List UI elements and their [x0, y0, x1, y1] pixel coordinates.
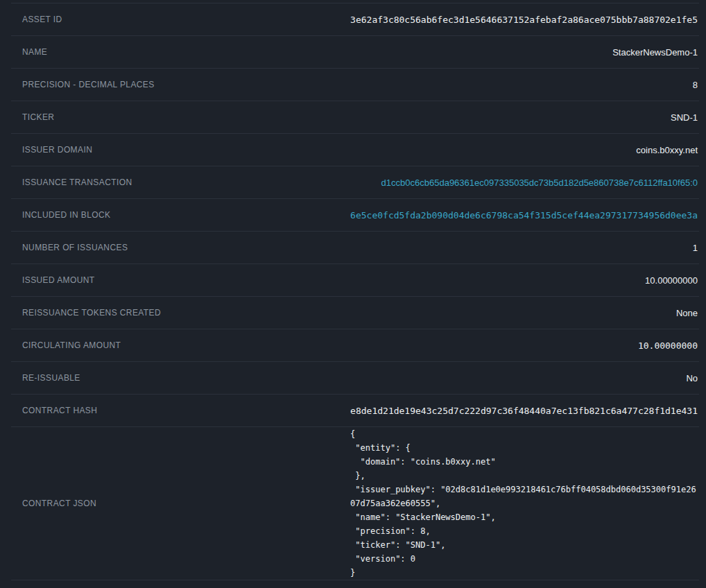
name-value: StackerNewsDemo-1	[350, 36, 699, 69]
re-issuable-value: No	[350, 362, 699, 395]
contract-json-label: CONTRACT JSON	[11, 427, 350, 580]
contract-hash-value: e8de1d21de19e43c25d7c222d97c36f48440a7ec…	[350, 395, 699, 427]
ticker-label: TICKER	[11, 101, 350, 134]
table-row: REISSUANCE TOKENS CREATED None	[11, 297, 699, 329]
table-row: PRECISION - DECIMAL PLACES 8	[11, 69, 699, 101]
issuance-transaction-link[interactable]: d1ccb0c6cb65da96361ec097335035dc73b5d182…	[381, 178, 698, 188]
table-row: TICKER SND-1	[11, 101, 699, 134]
ticker-value: SND-1	[350, 101, 699, 134]
name-label: NAME	[11, 36, 350, 69]
table-row: RE-ISSUABLE No	[11, 362, 699, 395]
table-row: ISSUER DOMAIN coins.b0xxy.net	[11, 134, 699, 166]
contract-hash-label: CONTRACT HASH	[11, 395, 350, 427]
table-row: NUMBER OF ISSUANCES 1	[11, 232, 699, 264]
asset-id-label: ASSET ID	[11, 3, 350, 36]
table-row: CONTRACT JSON { "entity": { "domain": "c…	[11, 427, 699, 580]
reissuance-tokens-created-label: REISSUANCE TOKENS CREATED	[11, 297, 350, 329]
table-row: ISSUANCE TRANSACTION d1ccb0c6cb65da96361…	[11, 166, 699, 199]
asset-details-table: ASSET ID 3e62af3c80c56ab6fec3d1e56466371…	[11, 3, 699, 580]
circulating-amount-value: 10.00000000	[350, 329, 699, 362]
table-row: NAME StackerNewsDemo-1	[11, 36, 699, 69]
table-row: CONTRACT HASH e8de1d21de19e43c25d7c222d9…	[11, 395, 699, 427]
asset-id-value: 3e62af3c80c56ab6fec3d1e5646637152afebaf2…	[350, 3, 699, 36]
issuance-transaction-label: ISSUANCE TRANSACTION	[11, 166, 350, 199]
table-row: CIRCULATING AMOUNT 10.00000000	[11, 329, 699, 362]
asset-details-panel: ASSET ID 3e62af3c80c56ab6fec3d1e56466371…	[11, 3, 699, 580]
circulating-amount-label: CIRCULATING AMOUNT	[11, 329, 350, 362]
included-in-block-link[interactable]: 6e5ce0fcd5fda2b090d04de6c6798ca54f315d5c…	[350, 210, 698, 220]
table-row: ASSET ID 3e62af3c80c56ab6fec3d1e56466371…	[11, 3, 699, 36]
number-of-issuances-value: 1	[350, 232, 699, 264]
re-issuable-label: RE-ISSUABLE	[11, 362, 350, 395]
precision-value: 8	[350, 69, 699, 101]
table-row: INCLUDED IN BLOCK 6e5ce0fcd5fda2b090d04d…	[11, 199, 699, 232]
issuer-domain-label: ISSUER DOMAIN	[11, 134, 350, 166]
included-in-block-label: INCLUDED IN BLOCK	[11, 199, 350, 232]
table-row: ISSUED AMOUNT 10.00000000	[11, 264, 699, 297]
issued-amount-value: 10.00000000	[350, 264, 699, 297]
number-of-issuances-label: NUMBER OF ISSUANCES	[11, 232, 350, 264]
issued-amount-label: ISSUED AMOUNT	[11, 264, 350, 297]
precision-label: PRECISION - DECIMAL PLACES	[11, 69, 350, 101]
contract-json-code: { "entity": { "domain": "coins.b0xxy.net…	[350, 427, 698, 580]
reissuance-tokens-created-value: None	[350, 297, 699, 329]
issuer-domain-value: coins.b0xxy.net	[350, 134, 699, 166]
